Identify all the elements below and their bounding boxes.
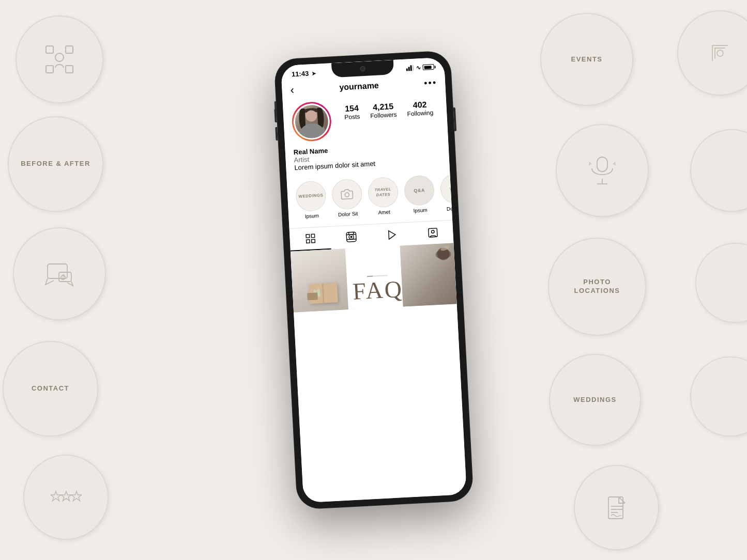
grid-cell-bride[interactable] <box>400 243 464 307</box>
svg-rect-30 <box>311 239 315 243</box>
signal-strength <box>406 65 414 71</box>
highlight-circle-camera <box>331 179 362 210</box>
followers-label: Followers <box>370 111 397 120</box>
svg-point-23 <box>345 193 349 197</box>
svg-rect-0 <box>46 46 53 53</box>
circle-document <box>574 465 659 550</box>
reels-icon <box>345 231 357 243</box>
avatar <box>294 104 329 139</box>
partial-icon-tr <box>707 40 733 66</box>
svg-rect-14 <box>597 157 607 172</box>
svg-marker-11 <box>61 491 71 501</box>
wifi-icon: ∿ <box>416 64 421 71</box>
svg-line-34 <box>346 235 355 235</box>
phone-body: 11:43 ➤ ∿ <box>274 51 473 509</box>
story-highlights: WEDDINGS Ipsum Dolor Sit <box>286 170 452 226</box>
stats-row: 154 Posts 4,215 Followers 402 Following <box>338 96 438 121</box>
username-header: yourname <box>339 81 378 92</box>
tab-tagged[interactable] <box>411 220 453 245</box>
highlight-weddings-label: Ipsum <box>304 213 319 219</box>
grid-cell-faq[interactable]: FAQ <box>345 245 409 309</box>
following-label: Following <box>407 109 433 118</box>
grid-cell-book[interactable] <box>290 248 354 313</box>
profile-info-row: 154 Posts 4,215 Followers 402 Following <box>282 93 448 149</box>
svg-rect-29 <box>306 240 309 243</box>
svg-point-4 <box>55 53 64 61</box>
circle-photo-locations[interactable]: PHOTOLOCATIONS <box>548 238 646 336</box>
svg-text:?: ? <box>62 275 64 280</box>
tab-video[interactable] <box>371 223 413 247</box>
circle-weddings-label: WEDDINGS <box>573 396 617 405</box>
circle-contact-label: CONTACT <box>32 384 69 393</box>
svg-rect-2 <box>46 66 53 73</box>
front-camera <box>360 66 365 72</box>
highlight-travel-label: Amet <box>378 209 390 215</box>
circle-partial-tr <box>677 10 747 96</box>
circle-before-after-label: BEFORE & AFTER <box>21 160 90 168</box>
svg-marker-38 <box>388 230 395 239</box>
highlight-circle-stars <box>439 173 452 205</box>
status-icons: ∿ <box>406 64 434 72</box>
more-options-button[interactable]: ••• <box>423 77 437 88</box>
highlight-stars-label: Dolor Sit <box>446 205 452 212</box>
circle-chat-question: ? ? <box>13 227 106 320</box>
svg-point-40 <box>431 230 434 234</box>
circle-events-label: EVENTS <box>571 55 602 64</box>
circle-partial-mr <box>690 129 747 212</box>
chat-question-icon: ? ? <box>44 259 74 289</box>
circle-photo-locations-label: PHOTOLOCATIONS <box>574 278 620 295</box>
highlight-circle-weddings: WEDDINGS <box>295 180 326 212</box>
circle-weddings-r[interactable]: WEDDINGS <box>549 354 641 446</box>
stat-following[interactable]: 402 Following <box>406 100 433 118</box>
followers-count: 4,215 <box>372 102 393 112</box>
svg-marker-10 <box>51 491 61 501</box>
location-arrow: ➤ <box>311 71 316 76</box>
volume-down-button <box>275 127 278 141</box>
circle-events[interactable]: EVENTS <box>540 13 633 106</box>
svg-point-13 <box>717 50 723 56</box>
following-count: 402 <box>413 100 427 110</box>
play-icon <box>386 229 398 241</box>
tab-grid[interactable] <box>289 227 331 252</box>
highlight-weddings-text: WEDDINGS <box>298 193 323 199</box>
stat-followers[interactable]: 4,215 Followers <box>370 102 397 120</box>
circle-partial-br <box>690 356 747 437</box>
highlight-circle-travel: TRAVELDATES <box>367 177 399 208</box>
circle-before-after[interactable]: BEFORE & AFTER <box>8 116 103 212</box>
tab-reels[interactable] <box>330 225 372 250</box>
circle-face-scan <box>16 15 103 103</box>
svg-rect-3 <box>66 66 73 73</box>
svg-point-33 <box>350 236 352 238</box>
circle-contact[interactable]: CONTACT <box>3 341 98 437</box>
svg-rect-28 <box>311 234 314 238</box>
grid-icon <box>304 232 316 244</box>
circle-stars-bl <box>23 455 109 540</box>
person-tag-icon <box>426 227 438 239</box>
svg-marker-24 <box>449 186 452 191</box>
instagram-profile: ‹ yourname ••• <box>281 71 466 503</box>
face-scan-icon <box>44 44 75 75</box>
posts-count: 154 <box>344 104 359 114</box>
avatar-wrapper <box>291 101 332 142</box>
camera-icon <box>340 188 353 200</box>
stat-posts[interactable]: 154 Posts <box>344 103 360 121</box>
battery-icon <box>422 64 434 70</box>
highlight-item-travel[interactable]: TRAVELDATES Amet <box>367 177 399 216</box>
circle-microphone <box>556 124 649 217</box>
highlight-item-stars[interactable]: Dolor Sit <box>439 173 452 212</box>
highlight-item-camera[interactable]: Dolor Sit <box>331 179 363 218</box>
highlight-camera-label: Dolor Sit <box>338 211 358 217</box>
phone-mockup: 11:43 ➤ ∿ <box>274 51 473 509</box>
highlight-item-qa[interactable]: Q&A Ipsum <box>403 175 435 214</box>
phone-screen: 11:43 ➤ ∿ <box>281 57 467 503</box>
circle-partial-r3 <box>695 243 747 323</box>
highlight-qa-label: Ipsum <box>413 207 428 213</box>
svg-marker-12 <box>71 491 82 501</box>
svg-rect-1 <box>66 46 73 53</box>
back-button[interactable]: ‹ <box>289 83 294 97</box>
faq-text: FAQ <box>352 275 403 305</box>
time-display: 11:43 ➤ <box>291 69 316 78</box>
posts-label: Posts <box>344 113 360 121</box>
svg-rect-27 <box>306 235 309 238</box>
highlight-item-weddings[interactable]: WEDDINGS Ipsum <box>295 180 327 220</box>
